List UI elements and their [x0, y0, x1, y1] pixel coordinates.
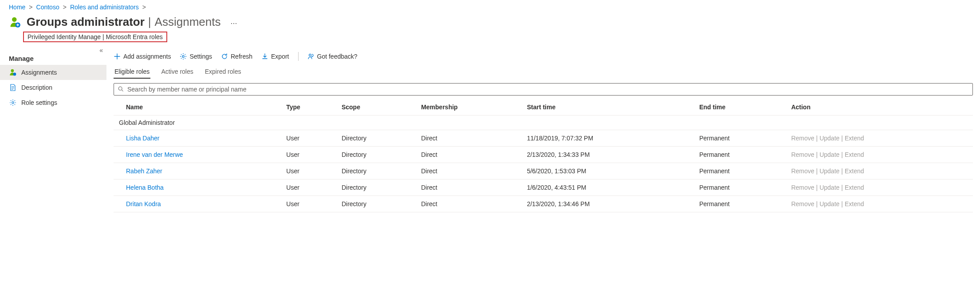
remove-action[interactable]: Remove — [791, 135, 814, 142]
person-icon — [9, 68, 17, 76]
update-action[interactable]: Update — [819, 184, 839, 191]
cell-scope: Directory — [336, 147, 416, 163]
update-action[interactable]: Update — [819, 135, 839, 142]
extend-action[interactable]: Extend — [845, 151, 864, 158]
cell-type: User — [281, 147, 336, 163]
extend-action[interactable]: Extend — [845, 135, 864, 142]
cell-start-time: 2/13/2020, 1:34:33 PM — [522, 147, 694, 163]
member-name-link[interactable]: Lisha Daher — [126, 135, 160, 142]
cell-membership: Direct — [416, 179, 522, 196]
refresh-icon — [221, 53, 228, 60]
gear-icon — [180, 53, 187, 60]
page-header: Groups administrator | Assignments ··· — [0, 12, 980, 31]
table-row: Irene van der MerweUserDirectoryDirect2/… — [114, 147, 973, 163]
toolbar-separator — [298, 52, 299, 61]
update-action[interactable]: Update — [819, 151, 839, 158]
search-icon — [118, 86, 124, 93]
breadcrumb-tenant[interactable]: Contoso — [36, 4, 59, 11]
search-input[interactable] — [126, 85, 969, 93]
sidebar-item-description[interactable]: Description — [0, 80, 106, 95]
svg-point-8 — [309, 54, 311, 56]
cell-type: User — [281, 179, 336, 196]
remove-action[interactable]: Remove — [791, 167, 814, 175]
column-header-action[interactable]: Action — [786, 99, 973, 116]
cell-membership: Direct — [416, 130, 522, 147]
cell-actions: Remove|Update|Extend — [786, 196, 973, 212]
tab-bar: Eligible roles Active roles Expired role… — [112, 65, 975, 79]
breadcrumb-home[interactable]: Home — [9, 4, 25, 11]
more-actions-button[interactable]: ··· — [224, 19, 237, 28]
cell-scope: Directory — [336, 163, 416, 179]
sidebar-item-role-settings[interactable]: Role settings — [0, 95, 106, 110]
cell-end-time: Permanent — [694, 163, 786, 179]
toolbar-label: Export — [271, 53, 289, 60]
sidebar-item-assignments[interactable]: Assignments — [0, 65, 106, 80]
sidebar: « Manage Assignments Description Role se… — [0, 47, 106, 212]
extend-action[interactable]: Extend — [845, 200, 864, 207]
column-header-membership[interactable]: Membership — [416, 99, 522, 116]
cell-end-time: Permanent — [694, 196, 786, 212]
toolbar-label: Got feedback? — [317, 53, 358, 60]
remove-action[interactable]: Remove — [791, 200, 814, 207]
cell-actions: Remove|Update|Extend — [786, 130, 973, 147]
column-header-type[interactable]: Type — [281, 99, 336, 116]
document-icon — [9, 84, 17, 92]
cell-end-time: Permanent — [694, 130, 786, 147]
plus-icon — [114, 53, 121, 60]
svg-rect-3 — [16, 24, 19, 25]
remove-action[interactable]: Remove — [791, 151, 814, 158]
svg-point-7 — [182, 56, 184, 57]
extend-action[interactable]: Extend — [845, 167, 864, 175]
cell-scope: Directory — [336, 179, 416, 196]
update-action[interactable]: Update — [819, 167, 839, 175]
assignments-table: Name Type Scope Membership Start time En… — [114, 99, 973, 212]
chevron-right-icon: > — [142, 4, 146, 11]
collapse-sidebar-button[interactable]: « — [99, 47, 103, 54]
cell-actions: Remove|Update|Extend — [786, 147, 973, 163]
column-header-start[interactable]: Start time — [522, 99, 694, 116]
refresh-button[interactable]: Refresh — [221, 53, 252, 60]
export-button[interactable]: Export — [261, 53, 289, 60]
search-box[interactable] — [114, 83, 973, 96]
cell-start-time: 5/6/2020, 1:53:03 PM — [522, 163, 694, 179]
subtitle-highlight: Privileged Identity Manage | Microsoft E… — [23, 32, 167, 42]
cell-end-time: Permanent — [694, 179, 786, 196]
page-section: Assignments — [155, 15, 221, 29]
extend-action[interactable]: Extend — [845, 184, 864, 191]
table-row: Lisha DaherUserDirectoryDirect11/18/2019… — [114, 130, 973, 147]
tab-expired-roles[interactable]: Expired roles — [204, 65, 242, 79]
settings-button[interactable]: Settings — [180, 53, 212, 60]
svg-point-6 — [12, 102, 14, 104]
cell-membership: Direct — [416, 196, 522, 212]
update-action[interactable]: Update — [819, 200, 839, 207]
cell-type: User — [281, 130, 336, 147]
column-header-name[interactable]: Name — [114, 99, 281, 116]
remove-action[interactable]: Remove — [791, 184, 814, 191]
member-name-link[interactable]: Helena Botha — [126, 184, 164, 191]
table-row: Helena BothaUserDirectoryDirect1/6/2020,… — [114, 179, 973, 196]
table-row: Rabeh ZaherUserDirectoryDirect5/6/2020, … — [114, 163, 973, 179]
add-assignments-button[interactable]: Add assignments — [114, 53, 171, 60]
member-name-link[interactable]: Irene van der Merwe — [126, 151, 183, 158]
sidebar-item-label: Description — [21, 84, 52, 91]
cell-membership: Direct — [416, 163, 522, 179]
cell-start-time: 1/6/2020, 4:43:51 PM — [522, 179, 694, 196]
column-header-end[interactable]: End time — [694, 99, 786, 116]
member-name-link[interactable]: Rabeh Zaher — [126, 167, 162, 175]
chevron-right-icon: > — [63, 4, 67, 11]
svg-point-4 — [11, 69, 14, 72]
chevron-right-icon: > — [29, 4, 32, 11]
column-header-scope[interactable]: Scope — [336, 99, 416, 116]
tab-active-roles[interactable]: Active roles — [160, 65, 194, 79]
member-name-link[interactable]: Dritan Kodra — [126, 200, 161, 207]
sidebar-item-label: Assignments — [21, 69, 57, 76]
cell-actions: Remove|Update|Extend — [786, 179, 973, 196]
breadcrumb-roles[interactable]: Roles and administrators — [70, 4, 139, 11]
cell-end-time: Permanent — [694, 147, 786, 163]
tab-eligible-roles[interactable]: Eligible roles — [114, 65, 150, 79]
main-content: Add assignments Settings Refresh Export … — [106, 47, 980, 212]
sidebar-heading-manage: Manage — [0, 49, 106, 65]
title-separator: | — [148, 15, 151, 29]
feedback-button[interactable]: Got feedback? — [307, 53, 358, 60]
svg-point-9 — [118, 87, 122, 90]
